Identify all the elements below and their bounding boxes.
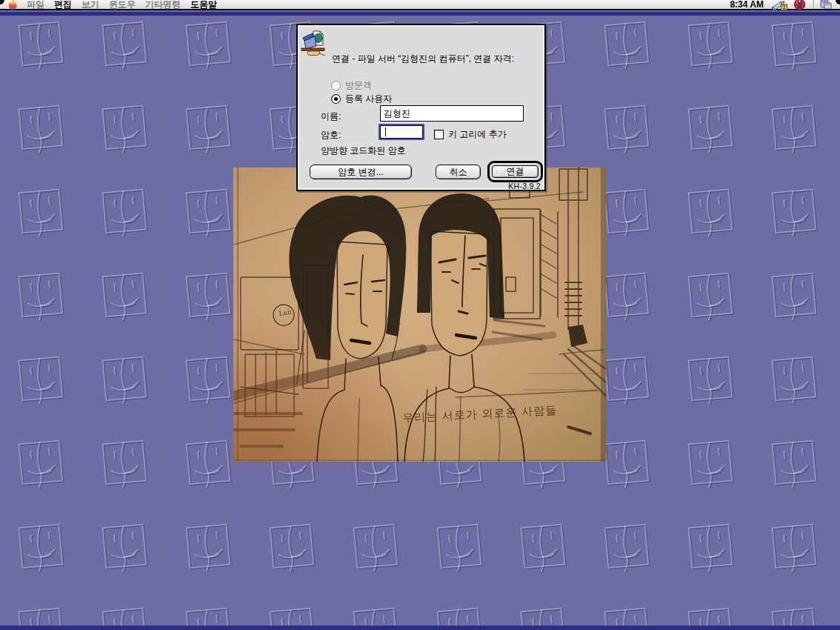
name-label: 이름: [321, 110, 341, 123]
menu-help[interactable]: 도움말 [190, 0, 217, 10]
menubar-divider [813, 0, 815, 9]
radio-guest-circle [331, 81, 341, 90]
menu-special[interactable]: 기타명령 [145, 0, 181, 10]
desktop-bottom-band [0, 626, 840, 630]
password-note: 양방향 코드화된 암호 [321, 145, 406, 157]
keychain-menu[interactable] [793, 0, 806, 10]
radio-guest: 방문객 [331, 79, 372, 92]
radio-registered-user[interactable]: 등록 사용자 [331, 93, 392, 105]
menu-file[interactable]: 파일 [27, 0, 44, 10]
menubar-clock[interactable]: 8:34 AM [730, 0, 764, 10]
menu-edit[interactable]: 편집 [54, 0, 72, 10]
radio-guest-label: 방문객 [345, 79, 372, 92]
input-method-menu[interactable] [771, 0, 787, 10]
file-server-icon [301, 29, 327, 58]
radio-registered-circle[interactable] [331, 94, 341, 104]
application-menu[interactable] [819, 0, 833, 10]
menu-window[interactable]: 윈도우 [109, 0, 136, 10]
desktop-top-band [0, 12, 840, 16]
change-password-button[interactable]: 암호 변경... [310, 165, 412, 179]
keychain-checkbox-row[interactable]: 키 고리에 추가 [434, 128, 507, 141]
version-label: KH-3.9.2 [508, 182, 541, 190]
text-caret [385, 127, 386, 136]
password-focus-ring [379, 124, 424, 140]
connect-dialog: 연결 - 파일 서버 “김형진의 컴퓨터”, 연결 자격: 방문객 등록 사용자… [296, 24, 546, 191]
keychain-checkbox[interactable] [434, 130, 444, 139]
connect-button[interactable]: 연결 [492, 165, 539, 178]
menu-bar: 파일 편집 보기 윈도우 기타명령 도움말 8:34 AM [0, 0, 840, 10]
password-label: 암호: [321, 129, 341, 142]
default-button-ring: 연결 [487, 161, 543, 182]
apple-logo [7, 0, 18, 10]
name-value: 김형진 [384, 107, 410, 120]
cancel-button[interactable]: 취소 [436, 165, 481, 179]
artwork-image: 우리는 서로가 외로운 사람들 Lan [233, 168, 606, 462]
input-pencil-icon [771, 0, 787, 10]
keychain-icon [793, 0, 806, 10]
radio-registered-label: 등록 사용자 [345, 93, 392, 105]
keychain-checkbox-label: 키 고리에 추가 [448, 128, 507, 141]
apple-menu[interactable] [7, 0, 18, 10]
password-input[interactable] [380, 125, 423, 139]
dialog-title: 연결 - 파일 서버 “김형진의 컴퓨터”, 연결 자격: [332, 53, 539, 64]
name-input[interactable]: 김형진 [380, 105, 524, 122]
screen: { "menu_bar": { "apple_menu_icon": "appl… [0, 0, 840, 630]
application-menu-icon [819, 0, 833, 10]
menu-view[interactable]: 보기 [81, 0, 99, 10]
